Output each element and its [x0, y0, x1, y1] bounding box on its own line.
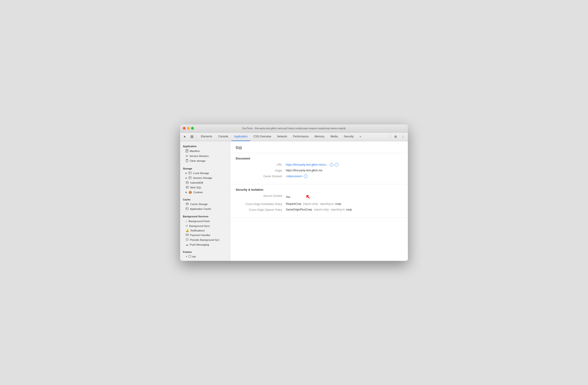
- svg-point-19: [186, 186, 188, 187]
- bg-sync-icon: ↺: [186, 224, 188, 228]
- sidebar-item-push-messaging[interactable]: ☁ Push Messaging: [180, 242, 230, 247]
- application-cache-icon: [186, 207, 189, 211]
- tab-performance[interactable]: Performance: [290, 132, 312, 141]
- owner-element-label: Owner Element: [236, 174, 286, 178]
- settings-icon[interactable]: ⚙: [392, 133, 399, 140]
- close-button[interactable]: [183, 127, 186, 130]
- secure-context-label: Secure Context: [236, 194, 286, 197]
- owner-element-icon[interactable]: i: [304, 174, 307, 178]
- svg-point-21: [186, 203, 188, 204]
- svg-rect-31: [189, 255, 191, 257]
- sidebar-item-clear-storage[interactable]: Clear storage: [180, 158, 230, 164]
- notifications-icon: 🔔: [186, 229, 189, 232]
- owner-element-row: Owner Element <#document> i: [236, 174, 402, 178]
- document-section: Document URL https://first-party-test.gl…: [230, 153, 408, 184]
- page-title: top: [230, 141, 408, 153]
- payment-handler-icon: [186, 234, 189, 237]
- local-storage-label: Local Storage: [193, 172, 209, 174]
- service-workers-label: Service Workers: [189, 155, 209, 157]
- manifest-icon: [186, 149, 188, 153]
- coep-reporting: reporting to: coep: [320, 202, 341, 206]
- sidebar-item-cookies[interactable]: ▶ 🍪 Cookies: [180, 190, 230, 194]
- sidebar-item-web-sql[interactable]: Web SQL: [180, 185, 230, 190]
- toolbar: Elements Console Application CSS Overvie…: [180, 133, 408, 141]
- cursor-icon[interactable]: [182, 133, 188, 140]
- origin-row: Origin https://first-party-test.glitch.m…: [236, 169, 402, 172]
- url-label: URL: [236, 163, 286, 166]
- svg-rect-26: [186, 234, 189, 236]
- tab-memory[interactable]: Memory: [312, 132, 327, 141]
- url-refresh-icon[interactable]: ↑: [335, 163, 338, 167]
- origin-value: https://first-party-test.glitch.me: [286, 169, 322, 172]
- url-circle-icon[interactable]: ○: [330, 163, 333, 167]
- sidebar-item-payment-handler[interactable]: Payment Handler: [180, 233, 230, 237]
- tab-application[interactable]: Application: [231, 132, 250, 141]
- toolbar-divider-2: [390, 133, 391, 138]
- tab-security[interactable]: Security: [341, 132, 357, 141]
- cache-storage-label: Cache Storage: [190, 203, 208, 206]
- tab-network[interactable]: Network: [274, 132, 290, 141]
- tab-more[interactable]: »: [357, 132, 364, 141]
- sidebar-item-session-storage[interactable]: ▶ Session Storage: [180, 176, 230, 180]
- tab-elements[interactable]: Elements: [198, 132, 215, 141]
- session-storage-arrow: ▶: [186, 177, 187, 179]
- frames-top-label: top: [192, 255, 196, 258]
- tab-css-overview[interactable]: CSS Overview: [251, 132, 274, 141]
- svg-rect-23: [186, 208, 188, 210]
- svg-rect-11: [189, 172, 191, 174]
- red-arrow-annotation: ➜: [304, 193, 312, 201]
- coep-value: RequireCorp (report-only) reporting to: …: [286, 202, 341, 206]
- sidebar-item-cache-storage[interactable]: Cache Storage: [180, 202, 230, 207]
- sidebar-item-notifications[interactable]: 🔔 Notifications: [180, 228, 230, 233]
- maximize-button[interactable]: [191, 127, 194, 130]
- traffic-lights: [183, 127, 194, 130]
- secure-context-text: Yes: [286, 195, 290, 199]
- sidebar-item-local-storage[interactable]: ▶ Local Storage: [180, 171, 230, 176]
- security-section: Security & Isolation Secure Context Yes …: [230, 184, 408, 217]
- sidebar-section-application: Application: [180, 143, 230, 149]
- toolbar-divider: [196, 134, 197, 139]
- coop-reporting-val: coop: [346, 208, 352, 211]
- svg-point-17: [186, 181, 188, 182]
- bg-fetch-label: Background Fetch: [189, 220, 210, 223]
- local-storage-arrow: ▶: [186, 172, 187, 174]
- tab-media[interactable]: Media: [328, 132, 341, 141]
- url-row: URL https://first-party-test.glitch.me/c…: [236, 163, 402, 167]
- sidebar-item-indexeddb[interactable]: IndexedDB: [180, 180, 230, 185]
- coep-main: RequireCorp: [286, 202, 301, 206]
- coep-note: (report-only): [303, 202, 318, 206]
- cookies-label: Cookies: [193, 191, 203, 194]
- more-options-icon[interactable]: ⋮: [400, 133, 406, 140]
- cookies-arrow: ▶: [186, 191, 187, 193]
- manifest-label: Manifest: [190, 150, 199, 152]
- coop-note: (report-only): [314, 208, 329, 211]
- coep-row: Cross-Origin Embedder Policy RequireCorp…: [236, 202, 402, 206]
- minimize-button[interactable]: [187, 127, 190, 130]
- periodic-bg-sync-label: Periodic Background Syn: [190, 238, 219, 241]
- layers-icon[interactable]: [189, 133, 195, 140]
- application-cache-label: Application Cache: [190, 208, 211, 210]
- sidebar-item-bg-sync[interactable]: ↺ Background Sync: [180, 224, 230, 228]
- sidebar-item-manifest[interactable]: Manifest: [180, 149, 230, 154]
- sidebar-section-bg-services: Background Services: [180, 213, 230, 219]
- bg-fetch-icon: ↕: [186, 219, 187, 223]
- sidebar-item-application-cache[interactable]: Application Cache: [180, 207, 230, 212]
- tab-console[interactable]: Console: [215, 132, 231, 141]
- session-storage-icon: [189, 176, 191, 180]
- sidebar-item-bg-fetch[interactable]: ↕ Background Fetch: [180, 219, 230, 224]
- svg-rect-3: [192, 137, 193, 138]
- sidebar-item-periodic-bg-sync[interactable]: Periodic Background Syn: [180, 237, 230, 242]
- push-messaging-label: Push Messaging: [190, 243, 209, 246]
- coep-reporting-val: coep: [335, 202, 341, 206]
- frames-arrow: ▼: [186, 255, 188, 258]
- payment-handler-label: Payment Handler: [190, 234, 210, 236]
- secure-context-value: Yes ➜: [286, 194, 310, 200]
- sidebar-item-service-workers[interactable]: ⚙ Service Workers: [180, 154, 230, 158]
- url-link[interactable]: https://first-party-test.glitch.me/co...: [286, 163, 328, 166]
- owner-element-link[interactable]: <#document>: [286, 175, 302, 178]
- coep-label: Cross-Origin Embedder Policy: [236, 202, 286, 206]
- sidebar-item-frames-top[interactable]: ▼ top: [180, 254, 230, 259]
- frames-top-icon: [189, 255, 191, 258]
- titlebar: DevTools - first-party-test.glitch.me/co…: [180, 124, 408, 133]
- bg-sync-label: Background Sync: [189, 225, 210, 227]
